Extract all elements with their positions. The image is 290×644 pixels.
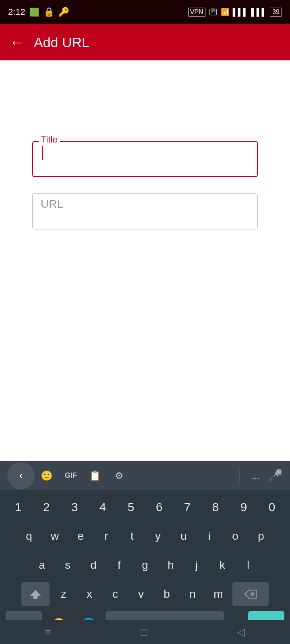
toolbar: ← Add URL (0, 24, 290, 60)
text-cursor (42, 146, 43, 160)
status-time: 2:12 (8, 7, 25, 17)
kb-key-q[interactable]: q (17, 524, 41, 548)
kb-toolbar-right: ... 🎤 (235, 464, 283, 488)
wifi-icon: 📶 (221, 8, 230, 17)
lock-icon: 🔒 (44, 7, 54, 17)
nav-back-icon[interactable]: ◁ (237, 626, 245, 638)
kb-toolbar-left: ‹ 🙂 GIF 📋 ⚙ (7, 462, 131, 489)
kb-key-t[interactable]: t (120, 524, 144, 548)
kb-key-z[interactable]: z (52, 582, 75, 606)
kb-key-1[interactable]: 1 (7, 496, 29, 518)
nav-bar: ≡ □ ◁ (0, 620, 290, 644)
kb-key-5[interactable]: 5 (120, 496, 142, 518)
kb-key-w[interactable]: w (43, 524, 66, 548)
battery-icon: 39 (270, 8, 282, 17)
kb-settings-button[interactable]: ⚙ (107, 464, 131, 488)
kb-key-s[interactable]: s (56, 553, 79, 577)
kb-key-g[interactable]: g (133, 553, 157, 577)
kb-number-row: 1 2 3 4 5 6 7 8 9 0 (0, 490, 290, 522)
url-placeholder: URL (41, 198, 63, 210)
kb-zxcv-row: z x c v b n m (0, 580, 290, 609)
signal2-icon: ▌▌▌ (251, 8, 267, 17)
kb-back-button[interactable]: ‹ (7, 462, 35, 489)
content-area: Title URL (0, 60, 290, 310)
kb-key-d[interactable]: d (82, 553, 105, 577)
keyboard: ‹ 🙂 GIF 📋 ⚙ ... 🎤 1 2 3 4 5 6 7 8 9 0 q … (0, 461, 290, 644)
kb-key-l[interactable]: l (236, 553, 260, 577)
kb-mic-button[interactable]: 🎤 (268, 469, 283, 483)
chat-icon: 🟩 (29, 7, 39, 17)
kb-key-2[interactable]: 2 (35, 496, 58, 518)
back-button[interactable]: ← (10, 35, 24, 50)
kb-key-k[interactable]: k (211, 553, 234, 577)
keyboard-toolbar: ‹ 🙂 GIF 📋 ⚙ ... 🎤 (0, 461, 290, 490)
kb-key-c[interactable]: c (104, 582, 127, 606)
kb-qwerty-row: q w e r t y u i o p (0, 522, 290, 551)
kb-key-h[interactable]: h (159, 553, 182, 577)
kb-key-m[interactable]: m (207, 582, 230, 606)
kb-key-6[interactable]: 6 (148, 496, 170, 518)
kb-key-n[interactable]: n (181, 582, 204, 606)
url-input[interactable]: URL (32, 193, 258, 229)
nav-home-icon[interactable]: □ (141, 626, 147, 638)
kb-key-x[interactable]: x (78, 582, 101, 606)
status-left: 2:12 🟩 🔒 🔑 (8, 7, 69, 17)
kb-key-v[interactable]: v (129, 582, 153, 606)
kb-key-r[interactable]: r (95, 524, 118, 548)
kb-key-o[interactable]: o (224, 524, 247, 548)
vibrate-icon: 📳 (209, 8, 218, 17)
kb-clipboard-button[interactable]: 📋 (83, 464, 107, 488)
kb-gif-button[interactable]: GIF (59, 464, 83, 488)
kb-key-i[interactable]: i (198, 524, 221, 548)
kb-key-0[interactable]: 0 (261, 496, 283, 518)
kb-asdf-row: a s d f g h j k l (0, 551, 290, 580)
vpn-icon: VPN (188, 8, 205, 17)
kb-key-e[interactable]: e (69, 524, 92, 548)
status-right: VPN 📳 📶 ▌▌▌ ▌▌▌ 39 (188, 8, 282, 17)
kb-key-b[interactable]: b (155, 582, 178, 606)
key-icon: 🔑 (58, 7, 69, 17)
title-input[interactable] (32, 141, 258, 177)
kb-key-9[interactable]: 9 (232, 496, 255, 518)
url-field-wrapper: URL (32, 193, 258, 229)
kb-key-y[interactable]: y (146, 524, 170, 548)
kb-more-button[interactable]: ... (244, 464, 268, 488)
kb-shift-button[interactable] (21, 582, 50, 606)
status-bar: 2:12 🟩 🔒 🔑 VPN 📳 📶 ▌▌▌ ▌▌▌ 39 (0, 0, 290, 24)
kb-key-u[interactable]: u (172, 524, 195, 548)
kb-key-7[interactable]: 7 (176, 496, 199, 518)
kb-key-4[interactable]: 4 (91, 496, 114, 518)
kb-key-8[interactable]: 8 (204, 496, 227, 518)
kb-key-f[interactable]: f (108, 553, 131, 577)
kb-key-j[interactable]: j (185, 553, 208, 577)
nav-menu-icon[interactable]: ≡ (45, 626, 51, 638)
signal1-icon: ▌▌▌ (233, 8, 248, 17)
kb-sticker-button[interactable]: 🙂 (35, 464, 59, 488)
kb-key-3[interactable]: 3 (63, 496, 86, 518)
kb-backspace-button[interactable] (232, 582, 269, 606)
page-title: Add URL (34, 35, 89, 50)
kb-separator (239, 468, 240, 484)
title-label: Title (39, 134, 60, 145)
kb-key-p[interactable]: p (249, 524, 273, 548)
kb-key-a[interactable]: a (30, 553, 54, 577)
title-field-wrapper: Title (32, 141, 258, 177)
